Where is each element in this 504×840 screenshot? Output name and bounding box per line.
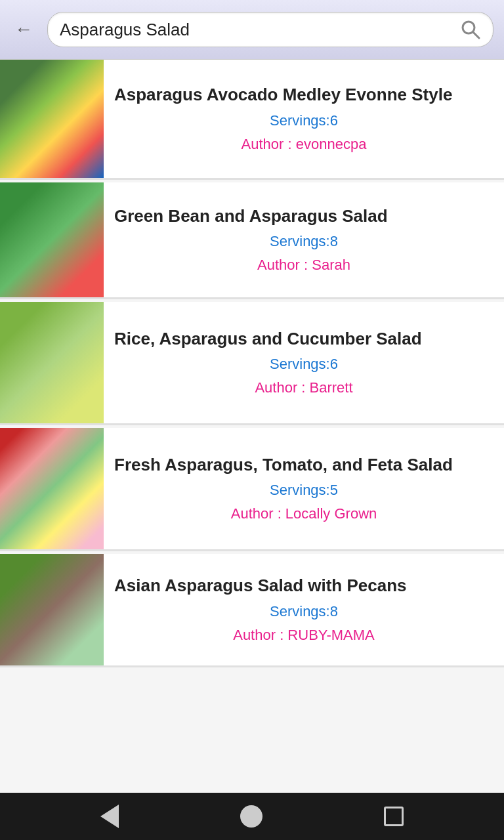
recipe-card[interactable]: Asian Asparagus Salad with Pecans Servin… bbox=[0, 554, 504, 667]
recipe-thumbnail bbox=[0, 554, 104, 665]
recipe-title: Asparagus Avocado Medley Evonne Style bbox=[114, 85, 494, 105]
recipe-title: Fresh Asparagus, Tomato, and Feta Salad bbox=[114, 455, 494, 475]
recipe-thumbnail bbox=[0, 182, 104, 297]
recipe-info: Green Bean and Asparagus Salad Servings:… bbox=[104, 182, 504, 297]
recipe-title: Green Bean and Asparagus Salad bbox=[114, 206, 494, 226]
recipe-servings: Servings:8 bbox=[114, 233, 494, 250]
recipe-thumbnail bbox=[0, 302, 104, 423]
recipe-card[interactable]: Asparagus Avocado Medley Evonne Style Se… bbox=[0, 60, 504, 180]
recipe-card[interactable]: Rice, Asparagus and Cucumber Salad Servi… bbox=[0, 302, 504, 425]
recipe-info: Asparagus Avocado Medley Evonne Style Se… bbox=[104, 60, 504, 178]
nav-back-button[interactable] bbox=[100, 805, 119, 828]
nav-home-button[interactable] bbox=[240, 805, 262, 828]
recipe-servings: Servings:5 bbox=[114, 482, 494, 499]
nav-recent-button[interactable] bbox=[384, 807, 404, 826]
recipe-thumbnail bbox=[0, 60, 104, 178]
recipe-info: Rice, Asparagus and Cucumber Salad Servi… bbox=[104, 302, 504, 423]
search-button[interactable] bbox=[460, 19, 481, 40]
bottom-navigation bbox=[0, 793, 504, 840]
recent-nav-icon bbox=[384, 807, 404, 826]
recipe-list: Asparagus Avocado Medley Evonne Style Se… bbox=[0, 60, 504, 793]
recipe-info: Asian Asparagus Salad with Pecans Servin… bbox=[104, 554, 504, 665]
back-button[interactable]: ← bbox=[10, 16, 37, 43]
recipe-author: Author : evonnecpa bbox=[114, 136, 494, 153]
search-input[interactable] bbox=[60, 20, 460, 40]
home-nav-icon bbox=[240, 805, 262, 828]
recipe-info: Fresh Asparagus, Tomato, and Feta Salad … bbox=[104, 428, 504, 549]
recipe-servings: Servings:8 bbox=[114, 603, 494, 620]
back-icon: ← bbox=[14, 19, 33, 40]
recipe-title: Rice, Asparagus and Cucumber Salad bbox=[114, 329, 494, 349]
recipe-author: Author : Barrett bbox=[114, 379, 494, 396]
recipe-author: Author : Locally Grown bbox=[114, 505, 494, 522]
back-nav-icon bbox=[100, 805, 119, 828]
svg-line-1 bbox=[473, 32, 479, 38]
recipe-servings: Servings:6 bbox=[114, 112, 494, 129]
recipe-thumbnail bbox=[0, 428, 104, 549]
recipe-card[interactable]: Fresh Asparagus, Tomato, and Feta Salad … bbox=[0, 428, 504, 551]
search-input-wrapper bbox=[47, 12, 494, 47]
recipe-author: Author : Sarah bbox=[114, 257, 494, 274]
recipe-card[interactable]: Green Bean and Asparagus Salad Servings:… bbox=[0, 182, 504, 299]
search-bar: ← bbox=[0, 0, 504, 60]
recipe-author: Author : RUBY-MAMA bbox=[114, 627, 494, 644]
search-icon bbox=[460, 19, 481, 40]
recipe-servings: Servings:6 bbox=[114, 356, 494, 373]
recipe-title: Asian Asparagus Salad with Pecans bbox=[114, 576, 494, 596]
